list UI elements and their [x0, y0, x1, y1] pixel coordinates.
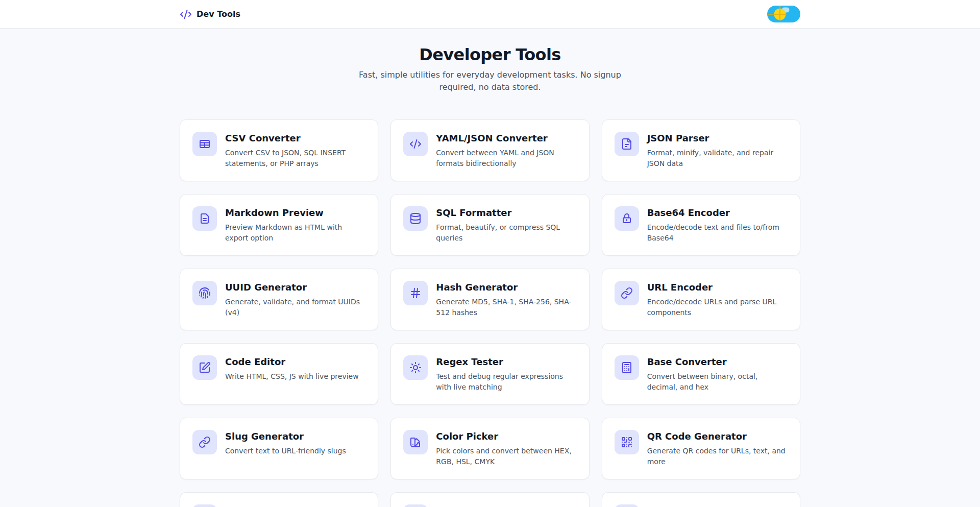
- tool-description: Encode/decode URLs and parse URL compone…: [647, 297, 788, 318]
- tool-card[interactable]: CSV ConverterConvert CSV to JSON, SQL IN…: [180, 119, 378, 181]
- tool-title: URL Encoder: [647, 281, 788, 294]
- theme-toggle[interactable]: [767, 6, 800, 22]
- tool-card[interactable]: [602, 492, 800, 507]
- tool-title: CSV Converter: [225, 132, 365, 144]
- page-subtitle: Fast, simple utilities for everyday deve…: [357, 69, 623, 93]
- brand: Dev Tools: [180, 8, 240, 20]
- tool-description: Convert between binary, octal, decimal, …: [647, 371, 788, 393]
- tool-icon-tile: [403, 355, 428, 380]
- tool-description: Preview Markdown as HTML with export opt…: [225, 222, 365, 244]
- tools-grid: CSV ConverterConvert CSV to JSON, SQL IN…: [180, 119, 800, 507]
- tool-title: SQL Formatter: [436, 206, 576, 219]
- tool-icon-tile: [192, 430, 217, 454]
- header-container: Dev Tools: [180, 0, 800, 28]
- link-icon: [199, 436, 211, 448]
- tool-title: Base Converter: [647, 355, 788, 368]
- file-text-icon: [621, 138, 633, 150]
- fingerprint-icon: [199, 287, 211, 299]
- tool-icon-tile: [403, 281, 428, 305]
- tool-description: Convert text to URL-friendly slugs: [225, 446, 365, 456]
- tool-title: Code Editor: [225, 355, 365, 368]
- tool-title: JSON Parser: [647, 132, 788, 144]
- tool-icon-tile: [192, 355, 217, 380]
- tool-icon-tile: [192, 281, 217, 305]
- tool-card[interactable]: Slug GeneratorConvert text to URL-friend…: [180, 418, 378, 479]
- sun-icon: [409, 361, 422, 374]
- document-icon: [199, 212, 211, 225]
- page-title: Developer Tools: [180, 44, 800, 65]
- tool-card[interactable]: Base ConverterConvert between binary, oc…: [602, 343, 800, 405]
- tool-title: Markdown Preview: [225, 206, 365, 219]
- calculator-icon: [621, 361, 633, 374]
- tool-card[interactable]: Base64 EncoderEncode/decode text and fil…: [602, 194, 800, 256]
- app-header: Dev Tools: [0, 0, 980, 29]
- tool-description: Format, beautify, or compress SQL querie…: [436, 222, 576, 244]
- tool-icon-tile: [615, 430, 639, 454]
- content-container: Developer Tools Fast, simple utilities f…: [180, 44, 800, 507]
- tool-description: Test and debug regular expressions with …: [436, 371, 576, 393]
- database-icon: [409, 212, 422, 225]
- tool-icon-tile: [403, 132, 428, 156]
- tool-icon-tile: [192, 206, 217, 231]
- tool-description: Convert between YAML and JSON formats bi…: [436, 148, 576, 169]
- tool-card[interactable]: YAML/JSON ConverterConvert between YAML …: [390, 119, 589, 181]
- edit-icon: [199, 361, 211, 374]
- tool-card[interactable]: Hash GeneratorGenerate MD5, SHA-1, SHA-2…: [390, 269, 589, 330]
- tool-description: Pick colors and convert between HEX, RGB…: [436, 446, 576, 467]
- tool-card[interactable]: Color PickerPick colors and convert betw…: [390, 418, 589, 479]
- tool-description: Convert CSV to JSON, SQL INSERT statemen…: [225, 148, 365, 169]
- tool-icon-tile: [615, 206, 639, 231]
- tool-card[interactable]: [390, 492, 589, 507]
- tool-title: Regex Tester: [436, 355, 576, 368]
- tool-title: UUID Generator: [225, 281, 365, 294]
- tool-icon-tile: [403, 206, 428, 231]
- tool-icon-tile: [615, 355, 639, 380]
- tool-description: Generate, validate, and format UUIDs (v4…: [225, 297, 365, 318]
- tool-title: Base64 Encoder: [647, 206, 788, 219]
- tool-icon-tile: [615, 281, 639, 305]
- tool-title: YAML/JSON Converter: [436, 132, 576, 144]
- tool-card[interactable]: URL EncoderEncode/decode URLs and parse …: [602, 269, 800, 330]
- tool-card[interactable]: QR Code GeneratorGenerate QR codes for U…: [602, 418, 800, 479]
- qr-icon: [621, 436, 633, 448]
- tool-card[interactable]: UUID GeneratorGenerate, validate, and fo…: [180, 269, 378, 330]
- tool-title: Slug Generator: [225, 430, 365, 443]
- tool-description: Generate QR codes for URLs, text, and mo…: [647, 446, 788, 467]
- tool-icon-tile: [192, 504, 217, 507]
- code-icon: [180, 8, 192, 20]
- tool-card[interactable]: Markdown PreviewPreview Markdown as HTML…: [180, 194, 378, 256]
- tool-card[interactable]: Regex TesterTest and debug regular expre…: [390, 343, 589, 405]
- tool-icon-tile: [615, 132, 639, 156]
- tool-description: Encode/decode text and files to/from Bas…: [647, 222, 788, 244]
- table-icon: [199, 138, 211, 150]
- lock-icon: [621, 212, 633, 225]
- swatch-icon: [409, 436, 422, 448]
- main-section: Developer Tools Fast, simple utilities f…: [0, 29, 980, 507]
- tool-description: Write HTML, CSS, JS with live preview: [225, 371, 365, 382]
- tool-title: QR Code Generator: [647, 430, 788, 443]
- tool-title: Color Picker: [436, 430, 576, 443]
- tool-icon-tile: [403, 504, 428, 507]
- tool-icon-tile: [403, 430, 428, 454]
- brand-name: Dev Tools: [197, 9, 240, 19]
- tool-card[interactable]: JSON ParserFormat, minify, validate, and…: [602, 119, 800, 181]
- link-icon: [621, 287, 633, 299]
- tool-description: Generate MD5, SHA-1, SHA-256, SHA-512 ha…: [436, 297, 576, 318]
- tool-icon-tile: [192, 132, 217, 156]
- tool-icon-tile: [615, 504, 639, 507]
- tool-card[interactable]: SQL FormatterFormat, beautify, or compre…: [390, 194, 589, 256]
- tool-card[interactable]: Code EditorWrite HTML, CSS, JS with live…: [180, 343, 378, 405]
- tool-card[interactable]: [180, 492, 378, 507]
- hash-icon: [409, 287, 422, 299]
- code-icon: [409, 138, 422, 150]
- tool-title: Hash Generator: [436, 281, 576, 294]
- tool-description: Format, minify, validate, and repair JSO…: [647, 148, 788, 169]
